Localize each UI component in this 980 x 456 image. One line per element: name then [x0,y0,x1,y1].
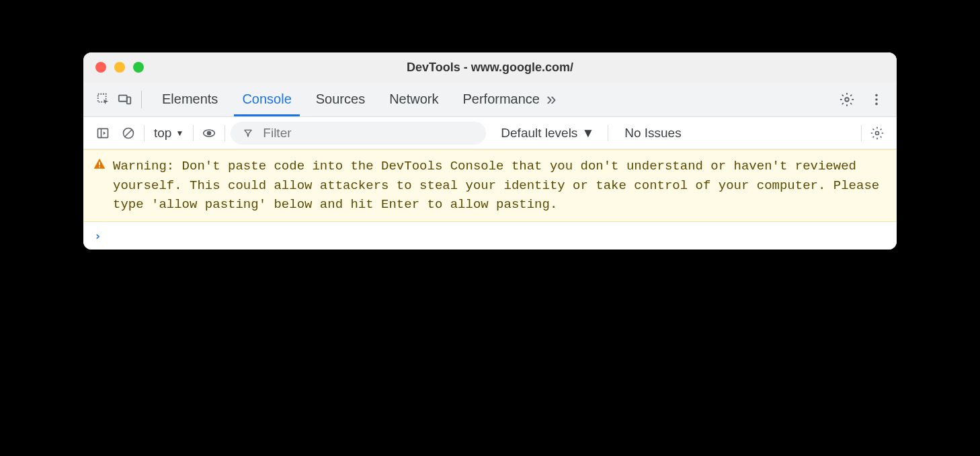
minimize-window-button[interactable] [114,62,125,73]
svg-rect-7 [98,128,108,137]
warning-text: Warning: Don't paste code into the DevTo… [113,159,879,212]
titlebar: DevTools - www.google.com/ [83,52,897,82]
tab-console[interactable]: Console [239,83,294,115]
console-toolbar: top ▼ Default levels ▼ No Issues [83,117,897,149]
context-label: top [154,126,171,141]
caret-down-icon: ▼ [581,126,594,141]
window-title: DevTools - www.google.com/ [83,61,897,75]
clear-console-icon[interactable] [118,123,138,143]
tab-sources[interactable]: Sources [313,83,368,115]
divider [141,91,142,108]
console-body: Warning: Don't paste code into the DevTo… [83,149,897,250]
filter-icon [243,128,253,139]
filter-input[interactable] [263,126,474,141]
warning-icon [93,157,106,178]
maximize-window-button[interactable] [133,62,144,73]
caret-down-icon: ▼ [175,128,183,138]
issues-button[interactable]: No Issues [624,126,681,141]
tab-performance[interactable]: Performance [460,83,543,115]
traffic-lights [95,62,144,73]
tab-network[interactable]: Network [386,83,441,115]
inspect-element-icon[interactable] [93,89,114,110]
more-tabs-icon[interactable]: » [542,89,560,110]
filter-box[interactable] [231,122,486,145]
levels-label: Default levels [501,126,577,141]
svg-point-6 [875,102,878,105]
console-settings-icon[interactable] [867,123,887,143]
divider [608,125,608,141]
svg-rect-1 [119,95,127,101]
device-toggle-icon[interactable] [114,89,136,110]
divider [193,125,194,141]
tabs-list: Elements Console Sources Network Perform… [159,83,542,115]
warning-message: Warning: Don't paste code into the DevTo… [83,149,897,222]
divider [144,125,145,141]
log-levels-selector[interactable]: Default levels ▼ [501,126,594,141]
svg-line-10 [125,130,132,137]
divider [861,125,862,141]
close-window-button[interactable] [95,62,106,73]
tabs-bar: Elements Console Sources Network Perform… [83,82,897,117]
console-prompt[interactable]: › [83,222,897,250]
svg-point-4 [875,93,878,96]
devtools-window: DevTools - www.google.com/ Elements Cons… [83,52,897,250]
tab-elements[interactable]: Elements [159,83,220,115]
divider [224,125,225,141]
svg-point-12 [208,131,211,135]
live-expression-icon[interactable] [199,123,219,143]
svg-point-13 [876,131,879,135]
svg-point-5 [875,98,878,101]
settings-icon[interactable] [836,89,858,110]
svg-rect-14 [99,162,100,165]
svg-rect-2 [127,97,131,104]
context-selector[interactable]: top ▼ [150,126,188,141]
svg-rect-15 [99,166,100,167]
more-menu-icon[interactable] [866,89,887,110]
toggle-sidebar-icon[interactable] [93,123,113,143]
svg-point-3 [845,98,849,102]
prompt-chevron-icon: › [94,229,101,243]
